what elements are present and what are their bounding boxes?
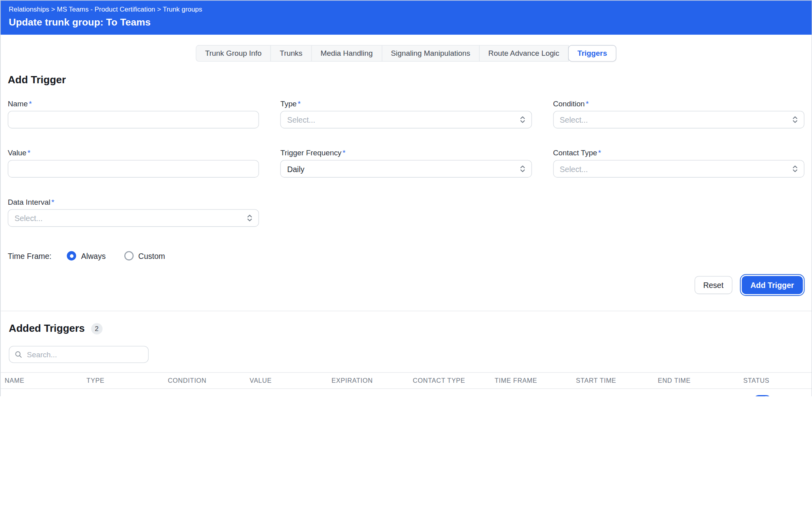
- type-field-group: Type* Select...: [280, 100, 532, 129]
- required-marker: *: [29, 100, 31, 108]
- column-header-start-time: START TIME: [572, 373, 653, 388]
- search-icon: [14, 351, 22, 358]
- trigger-frequency-label: Trigger Frequency*: [280, 149, 532, 157]
- column-header-time-frame: TIME FRAME: [490, 373, 572, 388]
- type-label: Type*: [280, 100, 532, 108]
- required-marker: *: [51, 198, 54, 206]
- search-box[interactable]: [9, 346, 149, 363]
- tab-media-handling[interactable]: Media Handling: [311, 45, 382, 62]
- cell-value: 30: [245, 389, 327, 396]
- trigger-count-badge: 2: [91, 323, 102, 335]
- type-select[interactable]: Select...: [280, 111, 532, 128]
- tab-trunk-group-info[interactable]: Trunk Group Info: [196, 45, 271, 62]
- contact-type-field-group: Contact Type* Select...: [553, 149, 804, 178]
- required-marker: *: [598, 149, 601, 157]
- data-interval-field-group: Data Interval* Select...: [8, 198, 259, 227]
- value-field-group: Value*: [8, 149, 259, 178]
- status-toggle[interactable]: [753, 395, 771, 396]
- radio-selected-icon: [67, 251, 76, 260]
- column-header-name: NAME: [0, 373, 82, 388]
- column-header-expiration: EXPIRATION: [328, 373, 409, 388]
- required-marker: *: [586, 100, 588, 108]
- condition-label: Condition*: [553, 100, 804, 108]
- column-header-type: TYPE: [82, 373, 164, 388]
- form-actions: Reset Add Trigger: [8, 276, 804, 294]
- page: Relationships > MS Teams - Product Certi…: [0, 0, 812, 396]
- select-caret-icon: [247, 214, 253, 222]
- name-label: Name*: [8, 100, 259, 108]
- contact-type-label: Contact Type*: [553, 149, 804, 157]
- cell-contact-type: Noc: [409, 389, 490, 396]
- trigger-frequency-select-value: Daily: [287, 164, 304, 173]
- tab-triggers[interactable]: Triggers: [568, 45, 616, 62]
- value-label: Value*: [8, 149, 259, 157]
- select-caret-icon: [520, 116, 525, 124]
- cell-type: ALOC: [82, 389, 164, 396]
- name-input[interactable]: [8, 111, 259, 128]
- data-interval-select[interactable]: Select...: [8, 209, 259, 227]
- cell-start-time: --: [572, 389, 653, 396]
- trigger-frequency-select[interactable]: Daily: [280, 160, 532, 178]
- required-marker: *: [343, 149, 345, 157]
- add-trigger-form: Add Trigger Name* Type* Select... Condit…: [0, 74, 812, 294]
- required-marker: *: [27, 149, 30, 157]
- tab-trunks[interactable]: Trunks: [271, 45, 312, 62]
- form-heading: Add Trigger: [8, 74, 804, 86]
- add-trigger-button[interactable]: Add Trigger: [741, 276, 803, 294]
- select-caret-icon: [792, 164, 798, 173]
- time-frame-group: Time Frame: Always Custom: [8, 251, 804, 260]
- time-frame-label: Time Frame:: [8, 251, 52, 260]
- contact-type-select[interactable]: Select...: [553, 160, 804, 178]
- column-header-contact-type: CONTACT TYPE: [409, 373, 490, 388]
- condition-select-value: Select...: [560, 115, 588, 124]
- tab-bar: Trunk Group Info Trunks Media Handling S…: [0, 45, 812, 62]
- data-interval-label: Data Interval*: [8, 198, 259, 206]
- radio-unselected-icon: [124, 251, 133, 260]
- section-divider: [0, 311, 812, 311]
- page-title: Update trunk group: To Teams: [9, 16, 803, 28]
- added-triggers-section: Added Triggers 2 NAME TYPE CONDITION VAL…: [0, 323, 812, 396]
- table-row: Teams OC ASR Trigger ALOC Less Than Equa…: [0, 389, 812, 396]
- toggle-knob: [762, 396, 770, 396]
- breadcrumb[interactable]: Relationships > MS Teams - Product Certi…: [9, 5, 803, 14]
- column-header-value: VALUE: [245, 373, 327, 388]
- trigger-frequency-field-group: Trigger Frequency* Daily: [280, 149, 532, 178]
- time-frame-custom-option[interactable]: Custom: [124, 251, 165, 260]
- column-header-status: STATUS: [739, 373, 812, 388]
- contact-type-select-value: Select...: [560, 164, 588, 173]
- select-caret-icon: [792, 116, 798, 124]
- cell-end-time: --: [654, 389, 739, 396]
- time-frame-custom-label: Custom: [138, 251, 165, 260]
- top-header: Relationships > MS Teams - Product Certi…: [0, 0, 812, 35]
- cell-expiration: Daily: [328, 389, 409, 396]
- select-caret-icon: [520, 164, 525, 173]
- table-header-row: NAME TYPE CONDITION VALUE EXPIRATION CON…: [0, 372, 812, 389]
- tab-route-advance-logic[interactable]: Route Advance Logic: [479, 45, 569, 62]
- condition-select[interactable]: Select...: [553, 111, 804, 128]
- value-input[interactable]: [8, 160, 259, 178]
- cell-condition: Less Than Equal To: [164, 389, 245, 396]
- time-frame-always-label: Always: [81, 251, 106, 260]
- reset-button[interactable]: Reset: [694, 276, 732, 294]
- column-header-condition: CONDITION: [164, 373, 245, 388]
- type-select-value: Select...: [287, 115, 315, 124]
- cell-name: Teams OC ASR Trigger: [0, 389, 82, 396]
- column-header-end-time: END TIME: [654, 373, 739, 388]
- search-input[interactable]: [26, 350, 143, 359]
- data-interval-select-value: Select...: [14, 213, 42, 222]
- tab-signaling-manipulations[interactable]: Signaling Manipulations: [382, 45, 480, 62]
- required-marker: *: [298, 100, 300, 108]
- name-field-group: Name*: [8, 100, 259, 129]
- time-frame-always-option[interactable]: Always: [67, 251, 106, 260]
- cell-time-frame: Always: [490, 389, 572, 396]
- condition-field-group: Condition* Select...: [553, 100, 804, 129]
- added-triggers-heading: Added Triggers: [9, 323, 85, 335]
